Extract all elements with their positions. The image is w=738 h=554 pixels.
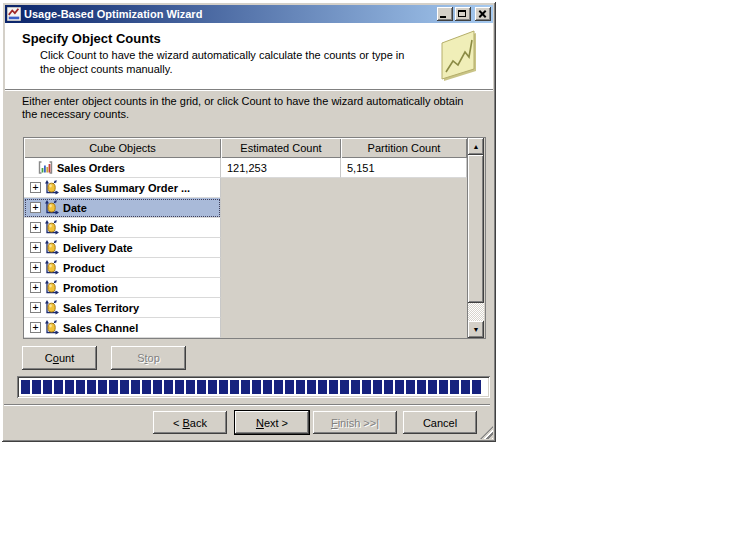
measure-group-icon xyxy=(38,160,53,175)
dimension-icon xyxy=(44,180,59,195)
row-label: Sales Orders xyxy=(57,162,125,174)
stop-button: Stop xyxy=(111,346,186,370)
minimize-icon xyxy=(440,16,446,18)
progress-bar xyxy=(17,376,490,398)
wizard-header: Specify Object Counts Click Count to hav… xyxy=(5,23,493,90)
expand-icon[interactable]: + xyxy=(30,302,41,313)
wizard-dialog: Usage-Based Optimization Wizard Specify … xyxy=(2,2,496,442)
page-title: Specify Object Counts xyxy=(5,23,493,48)
row-label: Sales Summary Order ... xyxy=(63,182,190,194)
object-counts-grid: Cube Objects Estimated Count Partition C… xyxy=(23,137,486,339)
progress-track xyxy=(21,380,486,394)
window-title: Usage-Based Optimization Wizard xyxy=(24,8,435,20)
dimension-icon xyxy=(44,240,59,255)
partition-count-cell[interactable] xyxy=(341,318,467,338)
partition-count-cell[interactable] xyxy=(341,178,467,198)
expand-icon[interactable]: + xyxy=(30,182,41,193)
table-row[interactable]: + Product xyxy=(24,258,467,278)
title-bar[interactable]: Usage-Based Optimization Wizard xyxy=(5,5,493,23)
separator xyxy=(4,404,490,406)
chart-wizard-icon xyxy=(7,7,21,21)
scrollbar-thumb[interactable] xyxy=(468,155,484,303)
row-label: Product xyxy=(63,262,105,274)
column-header-partition-count[interactable]: Partition Count xyxy=(341,138,467,158)
expand-icon[interactable]: + xyxy=(30,282,41,293)
cancel-button[interactable]: Cancel xyxy=(403,411,477,434)
scroll-up-button[interactable]: ▲ xyxy=(468,138,484,155)
finish-button: Finish >>| xyxy=(313,411,397,434)
row-label: Sales Channel xyxy=(63,322,138,334)
partition-count-cell[interactable] xyxy=(341,198,467,218)
scroll-down-button[interactable]: ▼ xyxy=(468,321,484,338)
table-row[interactable]: + Sales Territory xyxy=(24,298,467,318)
instruction-text: Either enter object counts in the grid, … xyxy=(22,95,474,121)
expand-icon[interactable]: + xyxy=(30,322,41,333)
vertical-scrollbar[interactable]: ▲ ▼ xyxy=(467,138,484,338)
dimension-icon xyxy=(44,320,59,335)
expand-icon[interactable]: + xyxy=(30,202,41,213)
maximize-button[interactable] xyxy=(455,7,471,21)
table-row[interactable]: + Date xyxy=(24,198,467,218)
minimize-button[interactable] xyxy=(437,7,453,21)
dimension-icon xyxy=(44,280,59,295)
row-label: Date xyxy=(63,202,87,214)
table-row[interactable]: + Sales Orders 121,253 5,151 xyxy=(24,158,467,178)
partition-count-cell[interactable] xyxy=(341,258,467,278)
grid-body: + Sales Orders 121,253 5,151 + xyxy=(24,158,467,338)
line-chart-icon xyxy=(438,30,482,84)
dimension-icon xyxy=(44,300,59,315)
estimated-count-cell[interactable] xyxy=(221,238,341,258)
estimated-count-cell[interactable] xyxy=(221,258,341,278)
close-button[interactable] xyxy=(475,7,491,21)
partition-count-cell[interactable] xyxy=(341,298,467,318)
grid-header: Cube Objects Estimated Count Partition C… xyxy=(24,138,467,158)
column-header-cube-objects[interactable]: Cube Objects xyxy=(24,138,221,158)
table-row[interactable]: + Sales Summary Order ... xyxy=(24,178,467,198)
estimated-count-cell[interactable] xyxy=(221,178,341,198)
page-description: Click Count to have the wizard automatic… xyxy=(5,48,405,76)
partition-count-cell[interactable] xyxy=(341,218,467,238)
scroll-down-icon: ▼ xyxy=(473,326,480,333)
expand-icon[interactable]: + xyxy=(30,222,41,233)
table-row[interactable]: + Ship Date xyxy=(24,218,467,238)
dimension-icon xyxy=(44,220,59,235)
dimension-icon xyxy=(44,260,59,275)
scrollbar-track[interactable] xyxy=(468,303,484,321)
estimated-count-cell[interactable] xyxy=(221,198,341,218)
column-header-estimated-count[interactable]: Estimated Count xyxy=(221,138,341,158)
table-row[interactable]: + Delivery Date xyxy=(24,238,467,258)
estimated-count-cell[interactable] xyxy=(221,278,341,298)
partition-count-cell[interactable] xyxy=(341,278,467,298)
estimated-count-cell[interactable] xyxy=(221,218,341,238)
maximize-icon xyxy=(458,10,466,17)
next-button[interactable]: Next > xyxy=(235,411,309,434)
expand-icon[interactable]: + xyxy=(30,262,41,273)
estimated-count-cell[interactable] xyxy=(221,318,341,338)
row-label: Sales Territory xyxy=(63,302,139,314)
row-label: Ship Date xyxy=(63,222,114,234)
expand-icon[interactable]: + xyxy=(30,242,41,253)
row-label: Promotion xyxy=(63,282,118,294)
estimated-count-cell[interactable]: 121,253 xyxy=(221,158,341,178)
partition-count-cell[interactable]: 5,151 xyxy=(341,158,467,178)
table-row[interactable]: + Promotion xyxy=(24,278,467,298)
dimension-icon xyxy=(44,200,59,215)
resize-grip-icon[interactable] xyxy=(480,426,493,439)
estimated-count-cell[interactable] xyxy=(221,298,341,318)
scroll-up-icon: ▲ xyxy=(473,143,480,150)
back-button[interactable]: < Back xyxy=(153,411,227,434)
count-button[interactable]: Count xyxy=(22,346,97,370)
row-label: Delivery Date xyxy=(63,242,133,254)
partition-count-cell[interactable] xyxy=(341,238,467,258)
table-row[interactable]: + Sales Channel xyxy=(24,318,467,338)
